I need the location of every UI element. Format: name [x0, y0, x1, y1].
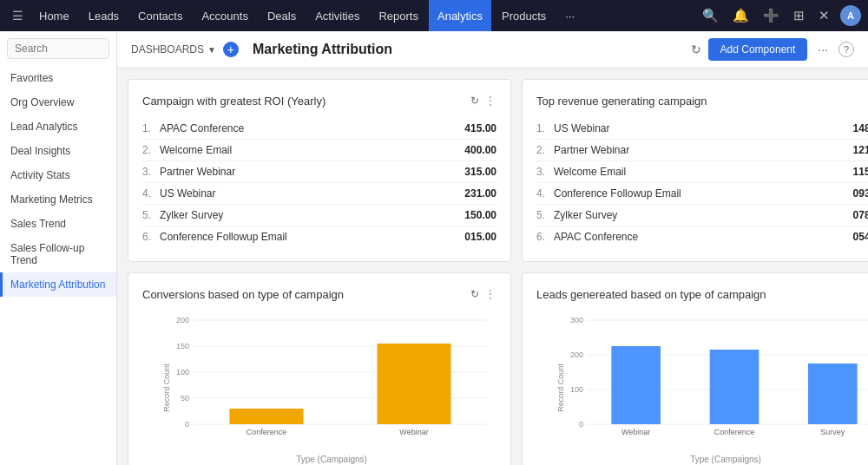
svg-rect-24 — [710, 350, 760, 424]
nav-products[interactable]: Products — [493, 0, 555, 31]
svg-rect-12 — [378, 344, 451, 424]
close-icon[interactable]: ✕ — [815, 6, 833, 25]
list-item: 6. Conference Followup Email 015.00 — [142, 226, 496, 247]
sidebar-item-favorites[interactable]: Favorites — [0, 66, 116, 90]
list-item: 3. Welcome Email 1150.00 — [536, 161, 868, 183]
bell-icon[interactable]: 🔔 — [729, 6, 753, 25]
sidebar-item-sales-trend[interactable]: Sales Trend — [0, 212, 116, 236]
dashboard-grid: Campaign with greatest ROI (Yearly) ↻ ⋮ … — [117, 69, 868, 465]
search-icon[interactable]: 🔍 — [699, 6, 722, 25]
roi-card-title: Campaign with greatest ROI (Yearly) — [142, 95, 465, 108]
list-value: 231.00 — [464, 187, 496, 200]
nav-reports[interactable]: Reports — [370, 0, 427, 31]
roi-more-icon[interactable]: ⋮ — [484, 94, 496, 108]
add-dashboard-button[interactable]: + — [223, 42, 239, 57]
add-icon[interactable]: ➕ — [760, 6, 783, 25]
list-value: 015.00 — [464, 231, 496, 243]
conversions-more-icon[interactable]: ⋮ — [484, 287, 496, 301]
svg-text:50: 50 — [181, 394, 189, 403]
svg-text:200: 200 — [570, 350, 583, 359]
list-num: 2. — [142, 144, 160, 156]
nav-activities[interactable]: Activities — [306, 0, 368, 31]
roi-card: Campaign with greatest ROI (Yearly) ↻ ⋮ … — [128, 79, 511, 262]
list-value: 315.00 — [464, 166, 496, 178]
revenue-card-header: Top revenue generating campaign ⋮ — [536, 94, 868, 108]
list-item: 3. Partner Webinar 315.00 — [142, 161, 496, 183]
list-name: APAC Conference — [160, 122, 464, 134]
sidebar-item-org-overview[interactable]: Org Overview — [0, 90, 116, 115]
roi-refresh-icon[interactable]: ↻ — [470, 95, 479, 107]
nav-right-actions: 🔍 🔔 ➕ ⊞ ✕ A — [699, 5, 861, 26]
leads-chart: Record Count 0100200300WebinarConference… — [536, 311, 868, 464]
nav-contacts[interactable]: Contacts — [129, 0, 191, 31]
list-value: 400.00 — [464, 144, 496, 156]
nav-more[interactable]: ··· — [556, 0, 583, 31]
apps-icon[interactable]: ⊞ — [790, 6, 808, 25]
leads-svg: 0100200300WebinarConferenceSurvey — [561, 311, 868, 450]
leads-card: Leads genereated based on type of campai… — [522, 272, 868, 465]
list-item: 6. APAC Conference 0545.00 — [536, 226, 868, 247]
list-value: 415.00 — [464, 122, 496, 134]
roi-card-header: Campaign with greatest ROI (Yearly) ↻ ⋮ — [142, 94, 496, 108]
revenue-card-title: Top revenue generating campaign — [536, 95, 868, 108]
list-item: 2. Partner Webinar 1210.00 — [536, 140, 868, 161]
list-num: 4. — [536, 187, 554, 200]
list-num: 3. — [536, 166, 554, 178]
sidebar-item-sales-followup[interactable]: Sales Follow-up Trend — [0, 236, 116, 272]
nav-home[interactable]: Home — [30, 0, 78, 31]
list-num: 5. — [536, 209, 554, 221]
sidebar-item-activity-stats[interactable]: Activity Stats — [0, 163, 116, 187]
conversions-card-header: Conversions based on type of campaign ↻ … — [142, 287, 496, 301]
conversions-y-label: Record Count — [162, 363, 171, 412]
more-options-icon[interactable]: ··· — [814, 39, 832, 60]
list-name: Conference Followup Email — [160, 231, 464, 243]
list-item: 4. Conference Followup Email 0931.00 — [536, 183, 868, 205]
leads-x-label: Type (Campaigns) — [561, 455, 868, 464]
list-item: 4. US Webinar 231.00 — [142, 183, 496, 205]
nav-leads[interactable]: Leads — [80, 0, 128, 31]
menu-icon[interactable]: ☰ — [7, 5, 29, 26]
list-num: 4. — [142, 187, 160, 200]
svg-text:100: 100 — [570, 385, 583, 394]
layout: Favorites Org Overview Lead Analytics De… — [0, 31, 868, 465]
sidebar-item-deal-insights[interactable]: Deal Insights — [0, 139, 116, 163]
list-num: 6. — [536, 231, 554, 243]
sidebar-item-marketing-attribution[interactable]: Marketing Attribution — [0, 272, 116, 297]
nav-deals[interactable]: Deals — [259, 0, 305, 31]
add-component-button[interactable]: Add Component — [708, 38, 808, 61]
refresh-icon[interactable]: ↻ — [691, 43, 701, 56]
top-nav: ☰ Home Leads Contacts Accounts Deals Act… — [0, 0, 868, 31]
help-button[interactable]: ? — [838, 42, 854, 57]
svg-text:Conference: Conference — [714, 428, 755, 436]
list-value: 1210.00 — [853, 144, 868, 156]
nav-analytics[interactable]: Analytics — [429, 0, 491, 31]
toolbar-right: ↻ Add Component ··· ? — [691, 38, 854, 61]
toolbar: DASHBOARDS ▼ + Marketing Attribution ↻ A… — [117, 31, 868, 69]
leads-card-header: Leads genereated based on type of campai… — [536, 287, 868, 301]
nav-accounts[interactable]: Accounts — [193, 0, 256, 31]
svg-text:0: 0 — [185, 420, 189, 429]
svg-rect-10 — [230, 409, 304, 424]
svg-text:Webinar: Webinar — [399, 428, 428, 436]
list-value: 0545.00 — [853, 231, 868, 243]
list-num: 3. — [142, 166, 160, 178]
search-input[interactable] — [7, 38, 109, 59]
dropdown-arrow-icon: ▼ — [207, 45, 216, 55]
conversions-refresh-icon[interactable]: ↻ — [470, 288, 479, 300]
avatar[interactable]: A — [840, 5, 861, 26]
sidebar-item-lead-analytics[interactable]: Lead Analytics — [0, 115, 116, 139]
conversions-chart: Record Count 050100150200ConferenceWebin… — [142, 311, 496, 464]
conversions-svg: 050100150200ConferenceWebinar — [167, 311, 496, 450]
sidebar-item-marketing-metrics[interactable]: Marketing Metrics — [0, 187, 116, 212]
list-item: 5. Zylker Survey 0780.00 — [536, 205, 868, 226]
svg-rect-26 — [808, 363, 858, 424]
roi-list: 1. APAC Conference 415.00 2. Welcome Ema… — [142, 118, 496, 247]
svg-text:150: 150 — [176, 342, 189, 350]
list-item: 5. Zylker Survey 150.00 — [142, 205, 496, 226]
svg-text:Webinar: Webinar — [621, 428, 650, 436]
list-name: US Webinar — [160, 187, 464, 200]
list-num: 6. — [142, 231, 160, 243]
main-content: DASHBOARDS ▼ + Marketing Attribution ↻ A… — [117, 31, 868, 465]
list-name: Welcome Email — [160, 144, 464, 156]
svg-text:Survey: Survey — [820, 428, 845, 436]
